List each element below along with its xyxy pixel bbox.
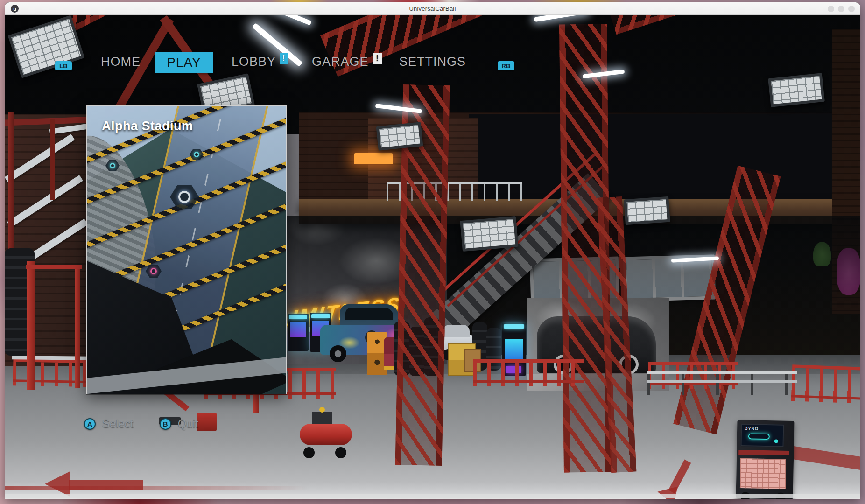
notification-badge-garage: ! [373,53,382,64]
map-preview-panel[interactable]: Alpha Stadium [86,105,287,394]
nav-item-garage[interactable]: GARAGE ! [312,55,369,69]
button-b-icon[interactable]: B [160,418,171,430]
minimize-button[interactable] [828,6,834,12]
hint-quit-label[interactable]: Quit [178,417,198,430]
window-titlebar[interactable]: u UniversalCarBall [5,2,860,15]
unreal-logo-icon: u [11,5,19,13]
nav-item-home[interactable]: HOME [101,55,141,69]
gray-barrier [647,371,797,395]
air-compressor [298,409,356,458]
notification-badge-lobby: ! [280,53,288,64]
lb-bumper-badge[interactable]: LB [55,61,72,70]
window-controls [828,6,855,12]
button-hints: A Select B Quit [84,417,198,430]
nav-item-lobby[interactable]: LOBBY ! [232,55,276,69]
arcade-cabinet [288,314,309,351]
nav-item-settings[interactable]: SETTINGS [399,55,466,69]
lift-post [27,261,35,390]
button-a-icon[interactable]: A [84,418,96,430]
dyno-cart: DYNO [736,420,795,499]
app-window: u UniversalCarBall [5,2,860,499]
nav-item-play[interactable]: PLAY [155,52,213,73]
map-title: Alpha Stadium [102,119,193,133]
maximize-button[interactable] [838,6,844,12]
floor-arrow [45,471,70,497]
close-button[interactable] [848,6,855,12]
window-title: UniversalCarBall [5,5,860,12]
dyno-label: DYNO [745,426,759,431]
hint-select-label[interactable]: Select [102,417,134,430]
rb-bumper-badge[interactable]: RB [498,61,514,70]
scene-amber-light [354,153,393,164]
